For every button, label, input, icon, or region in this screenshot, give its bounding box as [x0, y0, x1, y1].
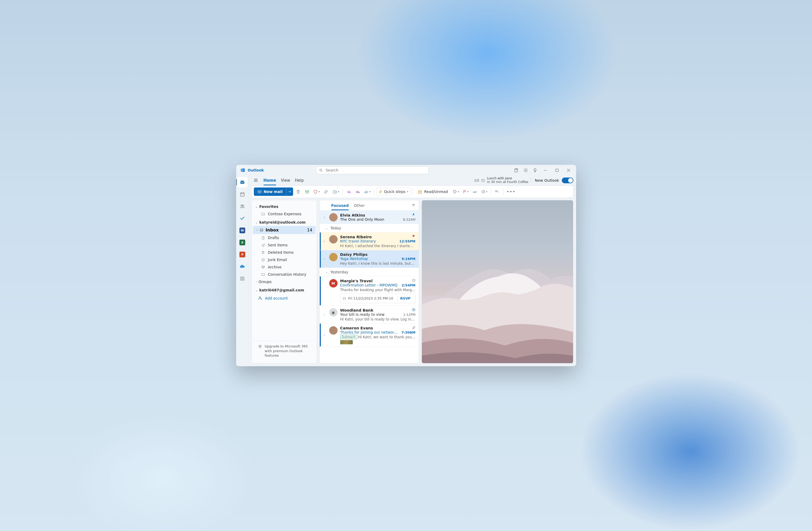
- rsvp-button[interactable]: RSVP: [397, 295, 413, 302]
- sweep-button[interactable]: [322, 187, 330, 196]
- tag-button[interactable]: ▾: [451, 187, 460, 196]
- avatar: [329, 253, 337, 261]
- expand-conversation[interactable]: ›: [322, 240, 327, 243]
- expand-conversation[interactable]: ›: [322, 257, 327, 261]
- delete-button[interactable]: [294, 187, 302, 196]
- expand-conversation[interactable]: ›: [322, 313, 327, 316]
- new-mail-button[interactable]: New mail: [254, 187, 287, 196]
- folder-inbox[interactable]: › Inbox 14: [253, 226, 316, 234]
- rail-todo[interactable]: [237, 213, 248, 224]
- rail-people[interactable]: [237, 201, 248, 212]
- calendar-icon: [240, 192, 245, 197]
- forward-button[interactable]: ▾: [363, 187, 372, 196]
- svg-rect-20: [241, 279, 242, 280]
- folder-deleted[interactable]: Deleted Items: [253, 249, 316, 256]
- svg-rect-8: [556, 169, 559, 171]
- search-box[interactable]: [316, 166, 429, 174]
- folder-junk[interactable]: Junk Email: [253, 256, 316, 263]
- close-button[interactable]: [563, 165, 575, 176]
- expand-conversation[interactable]: ›: [322, 333, 327, 337]
- calendar-reminder[interactable]: 1/2 Lunch with Jane in 30 min at Fourth …: [474, 177, 528, 184]
- svg-rect-18: [241, 277, 242, 278]
- message-item[interactable]: M Margie's Travel Confirmation Letter - …: [320, 277, 419, 306]
- search-input[interactable]: [325, 168, 426, 172]
- rail-mail[interactable]: [237, 177, 248, 187]
- snooze-button[interactable]: ▾: [480, 187, 489, 196]
- outlook-window: Outlook W X P: [236, 165, 576, 366]
- svg-point-16: [241, 205, 242, 206]
- move-button[interactable]: ▾: [331, 187, 341, 196]
- favorites-header[interactable]: ⌄Favorites: [252, 203, 317, 210]
- folder-drafts[interactable]: Drafts: [253, 234, 316, 241]
- settings-button[interactable]: [521, 166, 531, 175]
- groups-header[interactable]: ›Groups: [252, 278, 317, 285]
- report-button[interactable]: ▾: [312, 187, 321, 196]
- group-today[interactable]: ⌄Today: [320, 224, 419, 233]
- group-yesterday[interactable]: ⌄Yesterday: [320, 268, 419, 277]
- read-unread-button[interactable]: Read/Unread: [415, 187, 451, 196]
- svg-rect-27: [258, 191, 261, 193]
- message-scroll[interactable]: › Elvia Atkins The One and Only Moon8:32…: [320, 210, 419, 363]
- tab-view[interactable]: View: [281, 177, 290, 184]
- message-item[interactable]: › Cameron Evans Thanks for joining our n…: [320, 324, 419, 347]
- folder-archive[interactable]: Archive: [253, 263, 316, 271]
- tab-home[interactable]: Home: [263, 177, 276, 184]
- notes-button[interactable]: [511, 166, 521, 175]
- rail-calendar[interactable]: [237, 189, 248, 199]
- shield-icon: [313, 190, 318, 194]
- avatar-brand: M: [329, 279, 337, 288]
- tips-button[interactable]: [531, 166, 540, 175]
- tag-icon: [453, 190, 457, 194]
- filter-button[interactable]: [411, 203, 416, 209]
- hamburger-button[interactable]: [251, 176, 260, 185]
- folder-conversation-history[interactable]: Conversation History: [253, 271, 316, 278]
- message-item[interactable]: › Elvia Atkins The One and Only Moon8:32…: [320, 210, 419, 224]
- message-item[interactable]: › Serena Ribeiro NYC travel itinerary12:…: [320, 233, 419, 250]
- account-1-header[interactable]: ⌄katyreid@outlook.com: [252, 219, 317, 226]
- account-2-header[interactable]: ⌄katri0487@gmail.com: [252, 287, 317, 294]
- rail-powerpoint[interactable]: P: [237, 249, 248, 260]
- rail-onedrive[interactable]: [237, 261, 248, 272]
- ribbon-expand-chevron[interactable]: ⌄: [569, 196, 571, 199]
- rail-more-apps[interactable]: [237, 274, 248, 284]
- bulb-icon: [533, 168, 537, 172]
- folder-small-icon: [261, 273, 265, 277]
- tab-focused[interactable]: Focused: [331, 202, 349, 210]
- archive-button[interactable]: [303, 187, 311, 196]
- people-icon: [240, 204, 245, 209]
- undo-button[interactable]: [493, 187, 501, 196]
- folder-pane: ⌄Favorites Contoso Expenses ⌄katyreid@ou…: [251, 200, 317, 363]
- folder-icon: [261, 212, 265, 216]
- expand-conversation[interactable]: ›: [322, 215, 327, 219]
- folder-contoso-expenses[interactable]: Contoso Expenses: [253, 210, 316, 218]
- folder-sent[interactable]: Sent Items: [253, 241, 316, 249]
- avatar: [329, 213, 337, 222]
- hamburger-icon: [253, 178, 258, 182]
- message-item[interactable]: › Daisy Philips Yoga Workshop9:16PM Hey …: [320, 250, 419, 268]
- more-button[interactable]: •••: [505, 187, 517, 196]
- tab-other[interactable]: Other: [354, 202, 365, 210]
- reminder-title: Lunch with Jane: [487, 177, 528, 180]
- upgrade-banner[interactable]: Upgrade to Microsoft 365 with premium Ou…: [252, 341, 317, 361]
- pin-button[interactable]: [471, 187, 479, 196]
- add-account-button[interactable]: Add account: [252, 294, 317, 303]
- reply-button[interactable]: [345, 187, 353, 196]
- category-tag: Outreach: [340, 335, 357, 339]
- message-item[interactable]: › ▣ Woodland Bank Your bill is ready to …: [320, 306, 419, 324]
- reply-all-button[interactable]: [354, 187, 362, 196]
- new-outlook-toggle[interactable]: [562, 178, 573, 183]
- junk-icon: [261, 258, 265, 262]
- sweep-icon: [324, 190, 328, 194]
- attachment-thumbnail[interactable]: [340, 340, 353, 344]
- rail-word[interactable]: W: [237, 225, 248, 236]
- flag-button[interactable]: ▾: [461, 187, 470, 196]
- trash-small-icon: [261, 251, 265, 254]
- new-mail-dropdown[interactable]: [286, 187, 293, 196]
- minimize-button[interactable]: [540, 165, 551, 176]
- svg-rect-19: [243, 277, 244, 278]
- tab-help[interactable]: Help: [295, 177, 304, 184]
- message-list: Focused Other › Elvia Atkins: [320, 200, 419, 363]
- quick-steps-button[interactable]: Quick steps ▾: [376, 187, 410, 196]
- rail-excel[interactable]: X: [237, 237, 248, 248]
- maximize-button[interactable]: [551, 165, 563, 176]
